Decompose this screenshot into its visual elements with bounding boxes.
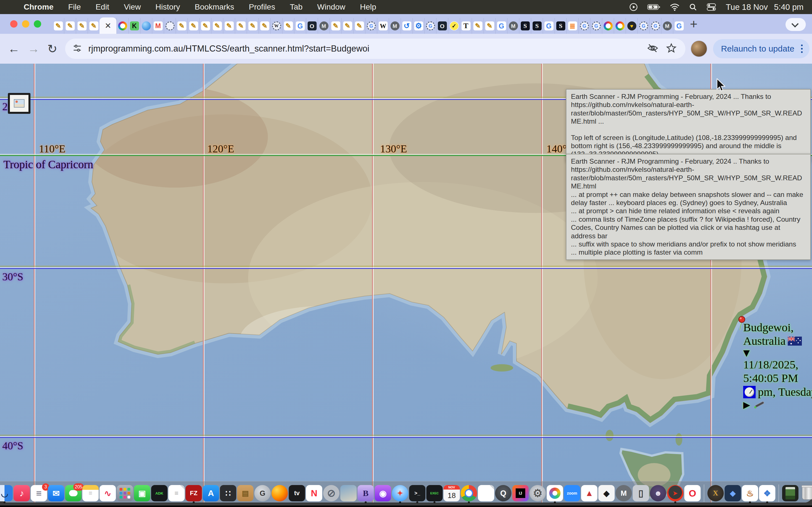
tab-rjm-pencil-25[interactable]: ✎ [353, 18, 365, 34]
tab-google-dashed-44[interactable]: G [578, 18, 590, 34]
tab-stackoverflow-43[interactable]: ≣ [566, 18, 578, 34]
wifi-icon[interactable] [670, 3, 679, 11]
dock-calculator-icon[interactable]: ∷ [220, 485, 236, 501]
tab-google-dashed-45[interactable]: G [590, 18, 602, 34]
place-name-line1[interactable]: Budgewoi, [743, 322, 812, 334]
tab-kahoot-6[interactable]: K [128, 18, 140, 34]
place-play-row[interactable]: ▶ [743, 400, 812, 409]
menu-item-tab[interactable]: Tab [283, 3, 310, 11]
dock-textedit-icon[interactable]: ≡ [168, 485, 185, 501]
spotlight-search-icon[interactable] [689, 3, 697, 11]
dock-speedometer-icon[interactable]: ➤ [667, 485, 683, 501]
tab-history-clock-29[interactable]: ↺ [401, 18, 412, 34]
tab-rjm-pencil-1[interactable]: ✎ [64, 18, 76, 34]
tab-heart-dark-48[interactable]: ♥ [626, 18, 638, 34]
close-tab-icon[interactable]: ✕ [105, 21, 111, 31]
site-settings-icon[interactable] [72, 43, 82, 54]
tab-rjm-pencil-2[interactable]: ✎ [76, 18, 88, 34]
tab-s-dark-40[interactable]: S [531, 18, 543, 34]
dock-zoom-app-icon[interactable]: zoom [564, 485, 580, 501]
dock-java-icon[interactable]: ♨ [742, 485, 758, 501]
menu-item-chrome[interactable]: Chrome [16, 3, 61, 11]
tab-google-dashed-50[interactable]: G [649, 18, 661, 34]
new-tab-button[interactable]: + [690, 17, 698, 31]
dock-filezilla-icon[interactable]: FZ [186, 485, 202, 501]
tab-rjm-pencil-15[interactable]: ✎ [235, 18, 247, 34]
tab-google-41[interactable]: G [543, 18, 555, 34]
dock-quicktime-icon[interactable]: Q [495, 485, 511, 501]
browser-menu-icon[interactable] [801, 45, 803, 53]
tab-rjm-pencil-23[interactable]: ✎ [329, 18, 342, 34]
tab-google-dashed-31[interactable]: G [424, 18, 436, 34]
dock-freeform-icon[interactable]: ∿ [100, 485, 116, 501]
tab-s-dark-42[interactable]: S [555, 18, 566, 34]
menu-item-edit[interactable]: Edit [88, 3, 116, 11]
dock-firefox-icon[interactable] [271, 485, 288, 501]
dock-chrome-icon[interactable] [461, 485, 477, 501]
tab-s-dark-39[interactable]: S [519, 18, 531, 34]
dock-wallet-icon[interactable]: ◆ [725, 485, 741, 501]
pencil-icon[interactable] [753, 400, 765, 409]
dock-trash-icon[interactable] [799, 485, 812, 501]
tab-rjm-pencil-10[interactable]: ✎ [175, 18, 188, 34]
tab-wikipedia-dashed-18[interactable]: W [270, 18, 282, 34]
dock-messages-icon[interactable]: 205 [65, 485, 82, 501]
tab-rjm-pencil-16[interactable]: ✎ [247, 18, 259, 34]
tab-gmail-8[interactable]: M [152, 18, 164, 34]
dock-music-icon[interactable]: ♪ [13, 485, 30, 501]
dock-dev-terminal-icon[interactable]: ADK [151, 485, 167, 501]
dock-news-icon[interactable]: N [306, 485, 322, 501]
dock-terminal-icon[interactable]: >_ [409, 485, 425, 501]
dock-paint-icon[interactable] [547, 485, 563, 501]
reload-button[interactable]: ↻ [47, 42, 57, 56]
menu-item-file[interactable]: File [61, 3, 88, 11]
tab-rjm-pencil-24[interactable]: ✎ [342, 18, 353, 34]
dock-mail-icon[interactable]: ✉ [48, 485, 64, 501]
tab-rjm-pencil-14[interactable]: ✎ [223, 18, 235, 34]
tab-dashed-circle-9[interactable] [164, 18, 175, 34]
clock-emoji-icon[interactable] [743, 386, 756, 398]
dock-maps-3d-icon[interactable]: ▲ [581, 485, 598, 501]
dock-calendar-icon[interactable]: NOV18 [444, 485, 460, 501]
dock-xquartz-icon[interactable]: X [707, 485, 724, 501]
dock-notes-icon[interactable]: ≡ [82, 485, 99, 501]
address-bar[interactable]: rjmprogramming.com.au/HTMLCSS/earth_scan… [65, 39, 686, 59]
tab-rjm-pencil-13[interactable]: ✎ [211, 18, 223, 34]
tab-mastodon-gray-28[interactable]: M [389, 18, 401, 34]
minimize-window-button[interactable] [22, 20, 29, 27]
dock-preview-icon[interactable] [340, 485, 357, 501]
relaunch-to-update-button[interactable]: Relaunch to update [713, 39, 809, 58]
tab-settings-gear-30[interactable]: ⚙ [412, 18, 424, 34]
tab-mastodon-gray-51[interactable]: M [661, 18, 673, 34]
tab-google-20[interactable]: G [294, 18, 306, 34]
dock-launchpad-icon[interactable] [117, 485, 133, 501]
tab-rjm-pencil-3[interactable]: ✎ [88, 18, 100, 34]
tab-mastodon-gray-22[interactable]: M [318, 18, 329, 34]
close-window-button[interactable] [10, 20, 17, 27]
zoom-window-button[interactable] [34, 20, 41, 27]
tab-mastodon-gray-38[interactable]: M [507, 18, 519, 34]
menu-clock[interactable]: Tue 18 Nov 5:40 pm [726, 3, 804, 12]
dock-bbedit-icon[interactable]: B [357, 485, 374, 501]
play-circle-icon[interactable] [629, 3, 638, 11]
menu-item-history[interactable]: History [148, 3, 187, 11]
dock-passwords-icon[interactable]: ❖ [759, 485, 775, 501]
dock-podcasts-icon[interactable]: ◉ [375, 485, 391, 501]
place-clock-row[interactable]: pm, Tuesday [743, 386, 812, 398]
tab-search-button[interactable] [785, 18, 806, 31]
dock-system-settings-icon[interactable]: ⚙ [529, 485, 546, 501]
tab-rjm-pencil-35[interactable]: ✎ [472, 18, 484, 34]
menu-item-help[interactable]: Help [353, 3, 384, 11]
menu-item-profiles[interactable]: Profiles [242, 3, 283, 11]
battery-charging-icon[interactable] [647, 3, 660, 11]
place-name-line2[interactable]: Australia [743, 335, 812, 347]
tab-wikipedia-27[interactable]: W [377, 18, 389, 34]
active-tab-earth-scanner[interactable]: ✕ [100, 17, 116, 34]
dock-exec-terminal-icon[interactable]: EXEC [426, 485, 443, 501]
dock-intellij-icon[interactable]: IJ [512, 485, 529, 501]
tab-onepassword-32[interactable]: O [436, 18, 448, 34]
tab-rjm-pencil-12[interactable]: ✎ [199, 18, 211, 34]
tab-rjm-pencil-19[interactable]: ✎ [282, 18, 294, 34]
tab-rjm-pencil-17[interactable]: ✎ [259, 18, 270, 34]
dock-safari-icon[interactable]: ✦ [392, 485, 408, 501]
